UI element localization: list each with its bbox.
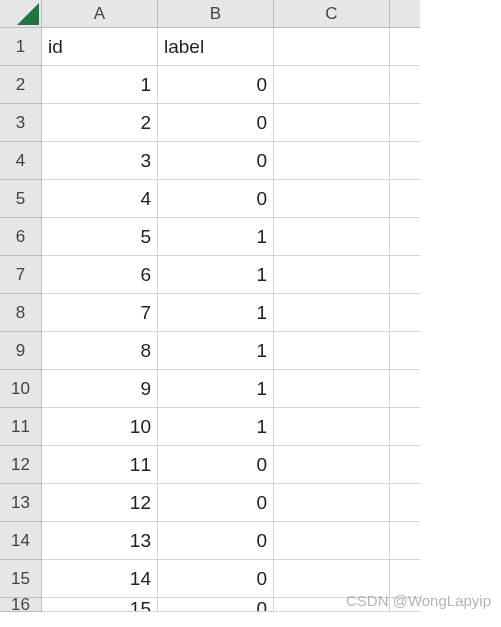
cell[interactable]: 3 (42, 142, 158, 180)
row-header[interactable]: 11 (0, 408, 42, 446)
cell-partial (390, 446, 420, 484)
cell-partial (390, 66, 420, 104)
cell[interactable]: 14 (42, 560, 158, 598)
cell[interactable]: 15 (42, 598, 158, 612)
cell-partial (390, 142, 420, 180)
cell[interactable]: label (158, 28, 274, 66)
cell-partial (390, 218, 420, 256)
cell[interactable] (274, 332, 390, 370)
cell[interactable] (274, 522, 390, 560)
cell[interactable]: 7 (42, 294, 158, 332)
cell-partial (390, 332, 420, 370)
cell[interactable]: 2 (42, 104, 158, 142)
cell[interactable] (274, 294, 390, 332)
cell[interactable] (274, 408, 390, 446)
cell[interactable]: 0 (158, 598, 274, 612)
cell-partial (390, 560, 420, 598)
cell[interactable]: 1 (158, 294, 274, 332)
cell[interactable]: id (42, 28, 158, 66)
cell[interactable]: 0 (158, 104, 274, 142)
col-header-partial (390, 0, 420, 28)
cell[interactable]: 0 (158, 522, 274, 560)
cell[interactable]: 0 (158, 142, 274, 180)
col-header-c[interactable]: C (274, 0, 390, 28)
cell[interactable]: 1 (158, 218, 274, 256)
row-header[interactable]: 12 (0, 446, 42, 484)
cell[interactable] (274, 180, 390, 218)
cell[interactable] (274, 66, 390, 104)
cell[interactable] (274, 104, 390, 142)
row-header[interactable]: 8 (0, 294, 42, 332)
cell[interactable] (274, 560, 390, 598)
cell[interactable]: 5 (42, 218, 158, 256)
row-header[interactable]: 3 (0, 104, 42, 142)
cell-partial (390, 104, 420, 142)
cell[interactable] (274, 598, 390, 612)
cell[interactable]: 0 (158, 180, 274, 218)
cell-partial (390, 28, 420, 66)
row-header[interactable]: 1 (0, 28, 42, 66)
cell[interactable] (274, 256, 390, 294)
cell[interactable] (274, 142, 390, 180)
cell[interactable] (274, 370, 390, 408)
cell[interactable]: 0 (158, 446, 274, 484)
cell[interactable]: 1 (158, 332, 274, 370)
row-header[interactable]: 15 (0, 560, 42, 598)
cell[interactable] (274, 218, 390, 256)
row-header[interactable]: 6 (0, 218, 42, 256)
cell[interactable]: 0 (158, 560, 274, 598)
cell-partial (390, 598, 420, 612)
cell[interactable]: 11 (42, 446, 158, 484)
row-header[interactable]: 14 (0, 522, 42, 560)
cell[interactable] (274, 28, 390, 66)
select-all-corner[interactable] (0, 0, 42, 28)
cell-partial (390, 294, 420, 332)
row-header[interactable]: 13 (0, 484, 42, 522)
cell[interactable]: 1 (42, 66, 158, 104)
cell-partial (390, 180, 420, 218)
cell-partial (390, 256, 420, 294)
cell[interactable]: 13 (42, 522, 158, 560)
row-header[interactable]: 5 (0, 180, 42, 218)
cell[interactable]: 12 (42, 484, 158, 522)
cell[interactable] (274, 484, 390, 522)
cell[interactable]: 4 (42, 180, 158, 218)
col-header-b[interactable]: B (158, 0, 274, 28)
col-header-a[interactable]: A (42, 0, 158, 28)
cell[interactable] (274, 446, 390, 484)
cell[interactable]: 1 (158, 256, 274, 294)
cell[interactable]: 10 (42, 408, 158, 446)
spreadsheet-grid: A B C 1idlabel21032043054065176187198110… (0, 0, 501, 612)
row-header[interactable]: 4 (0, 142, 42, 180)
cell[interactable]: 0 (158, 484, 274, 522)
cell-partial (390, 484, 420, 522)
row-header[interactable]: 10 (0, 370, 42, 408)
row-header[interactable]: 16 (0, 598, 42, 612)
row-header[interactable]: 2 (0, 66, 42, 104)
cell[interactable]: 1 (158, 370, 274, 408)
cell-partial (390, 370, 420, 408)
cell[interactable]: 6 (42, 256, 158, 294)
cell[interactable]: 1 (158, 408, 274, 446)
cell[interactable]: 0 (158, 66, 274, 104)
row-header[interactable]: 7 (0, 256, 42, 294)
cell-partial (390, 522, 420, 560)
cell[interactable]: 9 (42, 370, 158, 408)
row-header[interactable]: 9 (0, 332, 42, 370)
cell[interactable]: 8 (42, 332, 158, 370)
cell-partial (390, 408, 420, 446)
